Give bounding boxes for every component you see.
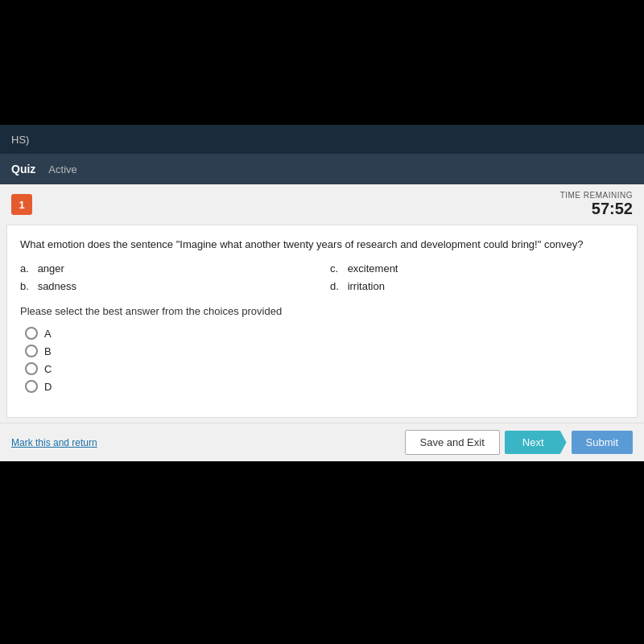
timer-value: 57:52 bbox=[560, 200, 633, 218]
header-title: HS) bbox=[11, 134, 29, 146]
action-buttons: Save and Exit Next Submit bbox=[405, 430, 633, 455]
choice-d[interactable]: D bbox=[25, 380, 624, 393]
answer-letter-d: d. bbox=[330, 279, 345, 295]
answer-grid: a. anger c. excitement b. sadness d. irr… bbox=[20, 261, 624, 296]
answer-text-d: irritation bbox=[348, 280, 385, 292]
choice-a[interactable]: A bbox=[25, 327, 624, 340]
radio-a[interactable] bbox=[25, 327, 38, 340]
instruction-text: Please select the best answer from the c… bbox=[20, 305, 624, 317]
question-number-badge: 1 bbox=[11, 194, 32, 215]
answer-text-c: excitement bbox=[348, 262, 398, 275]
nav-bar: Quiz Active bbox=[0, 154, 644, 184]
black-bottom-bezel bbox=[0, 461, 644, 489]
answer-item-d: d. irritation bbox=[330, 279, 624, 295]
next-button[interactable]: Next bbox=[505, 431, 567, 454]
answer-item-c: c. excitement bbox=[330, 261, 624, 278]
timer-label: TIME REMAINING bbox=[560, 191, 633, 200]
action-bar: Mark this and return Save and Exit Next … bbox=[0, 423, 644, 461]
radio-d[interactable] bbox=[25, 380, 38, 393]
black-top-bezel bbox=[0, 0, 644, 125]
answer-text-b: sadness bbox=[38, 280, 76, 292]
choice-b[interactable]: B bbox=[25, 345, 624, 357]
nav-quiz-label: Quiz bbox=[11, 163, 35, 175]
choice-c[interactable]: C bbox=[25, 362, 624, 375]
radio-b[interactable] bbox=[25, 345, 38, 357]
choice-label-d: D bbox=[44, 381, 52, 393]
answer-letter-b: b. bbox=[20, 279, 35, 295]
answer-letter-c: c. bbox=[330, 261, 345, 278]
question-text: What emotion does the sentence "Imagine … bbox=[20, 237, 624, 253]
choice-label-b: B bbox=[44, 345, 52, 357]
answer-letter-a: a. bbox=[20, 261, 35, 278]
answer-item-b: b. sadness bbox=[20, 279, 314, 295]
nav-active-label: Active bbox=[48, 163, 76, 175]
app-container: HS) Quiz Active 1 TIME REMAINING 57:52 W… bbox=[0, 125, 644, 461]
mark-return-button[interactable]: Mark this and return bbox=[11, 437, 97, 448]
submit-button[interactable]: Submit bbox=[572, 431, 633, 454]
meta-row: 1 TIME REMAINING 57:52 bbox=[0, 184, 644, 225]
choice-label-c: C bbox=[44, 363, 52, 375]
answer-text-a: anger bbox=[38, 262, 64, 275]
timer-block: TIME REMAINING 57:52 bbox=[560, 191, 633, 218]
radio-c[interactable] bbox=[25, 362, 38, 375]
answer-item-a: a. anger bbox=[20, 261, 314, 278]
header-bar: HS) bbox=[0, 125, 644, 154]
screen-wrapper: HS) Quiz Active 1 TIME REMAINING 57:52 W… bbox=[0, 0, 644, 644]
question-card: What emotion does the sentence "Imagine … bbox=[6, 225, 638, 418]
save-exit-button[interactable]: Save and Exit bbox=[405, 430, 500, 455]
choices-list: A B C D bbox=[20, 327, 624, 393]
choice-label-a: A bbox=[44, 328, 52, 340]
